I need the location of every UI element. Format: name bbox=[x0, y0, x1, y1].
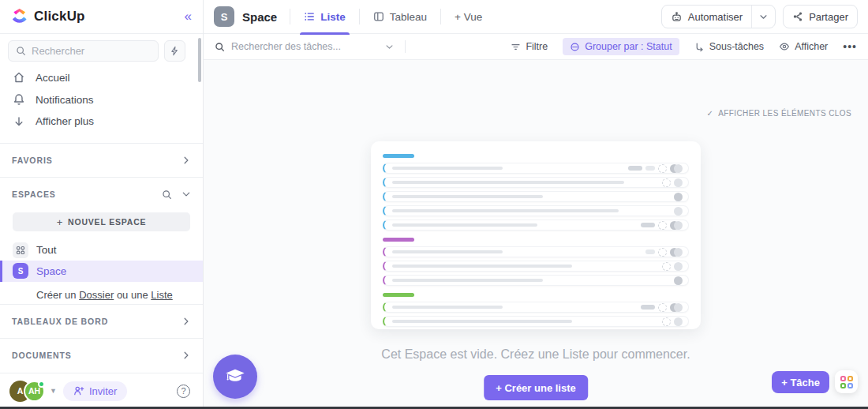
learning-hub-button[interactable] bbox=[213, 355, 257, 399]
group-by-button[interactable]: Grouper par : Statut bbox=[563, 38, 679, 55]
sidebar-item-space[interactable]: S Space bbox=[0, 261, 203, 282]
list-toolbar: Rechercher des tâches... Filtre bbox=[204, 34, 868, 60]
search-icon bbox=[16, 46, 26, 56]
automate-label: Automatiser bbox=[688, 11, 743, 23]
create-liste-link[interactable]: Liste bbox=[151, 289, 172, 301]
empty-state-text: Cet Espace est vide. Créez une Liste pou… bbox=[204, 347, 868, 362]
automate-dropdown[interactable] bbox=[751, 6, 775, 28]
add-task-button[interactable]: + Tâche bbox=[772, 371, 829, 393]
chevron-down-icon[interactable] bbox=[385, 43, 394, 51]
show-button[interactable]: Afficher bbox=[779, 41, 828, 52]
search-icon bbox=[215, 42, 225, 52]
user-avatar[interactable]: AH bbox=[24, 381, 45, 402]
chevron-down-icon[interactable] bbox=[181, 189, 191, 199]
section-label: DOCUMENTS bbox=[12, 351, 72, 360]
tab-label: Tableau bbox=[390, 11, 427, 23]
subtasks-icon bbox=[694, 42, 705, 52]
home-icon bbox=[13, 71, 25, 84]
graduation-cap-icon bbox=[224, 366, 246, 388]
automate-button[interactable]: Automatiser bbox=[661, 5, 776, 28]
share-button[interactable]: Partager bbox=[783, 5, 858, 28]
search-spaces-icon[interactable] bbox=[162, 189, 172, 200]
help-icon[interactable]: ? bbox=[177, 385, 190, 398]
skeleton-task-row bbox=[383, 275, 689, 286]
view-header: S Space Liste Tableau + Vue bbox=[204, 0, 868, 34]
clickup-app: ClickUp « Rechercher Accueil bbox=[0, 0, 868, 409]
add-view-button[interactable]: + Vue bbox=[444, 11, 492, 23]
create-dossier-link[interactable]: Dossier bbox=[79, 289, 114, 301]
group-color-bar bbox=[383, 238, 414, 242]
bell-icon bbox=[13, 93, 25, 106]
section-tableaux-de-bord[interactable]: TABLEAUX DE BORD bbox=[0, 305, 203, 338]
divider bbox=[359, 9, 360, 24]
create-hint: Créer un Dossier ou une Liste bbox=[0, 282, 203, 304]
chevron-right-icon[interactable] bbox=[181, 351, 191, 360]
chevron-right-icon[interactable] bbox=[181, 317, 191, 326]
sidebar-scrollbar[interactable] bbox=[198, 38, 201, 82]
list-view-icon bbox=[304, 11, 315, 22]
invite-button[interactable]: Inviter bbox=[63, 381, 127, 401]
new-space-label: NOUVEL ESPACE bbox=[68, 217, 146, 227]
sidebar-item-label: Space bbox=[36, 265, 66, 277]
divider bbox=[440, 9, 441, 24]
sidebar-item-accueil[interactable]: Accueil bbox=[0, 67, 203, 89]
section-documents[interactable]: DOCUMENTS bbox=[0, 339, 203, 372]
group-color-bar bbox=[383, 293, 414, 297]
divider bbox=[405, 40, 406, 53]
sidebar-item-label: Notifications bbox=[36, 94, 94, 106]
chevron-down-icon[interactable]: ▼ bbox=[50, 387, 57, 395]
group-color-bar bbox=[383, 154, 414, 158]
collapse-sidebar-icon[interactable]: « bbox=[185, 9, 192, 23]
group-by-label: Grouper par : Statut bbox=[585, 41, 672, 52]
skeleton-task-row bbox=[383, 316, 689, 327]
space-avatar: S bbox=[13, 263, 28, 279]
quick-action-button[interactable] bbox=[164, 40, 185, 62]
robot-icon bbox=[671, 11, 683, 23]
grid-icon bbox=[13, 242, 28, 258]
section-espaces[interactable]: ESPACES bbox=[0, 178, 203, 211]
more-options-button[interactable]: ••• bbox=[843, 40, 857, 53]
show-closed-toggle[interactable]: ✓ AFFICHER LES ÉLÉMENTS CLOS bbox=[706, 109, 851, 118]
filter-icon bbox=[511, 42, 521, 52]
section-favoris[interactable]: FAVORIS bbox=[0, 144, 203, 177]
page-title: Space bbox=[242, 10, 277, 24]
section-label: TABLEAUX DE BORD bbox=[12, 317, 108, 326]
eye-icon bbox=[779, 41, 790, 52]
subtasks-button[interactable]: Sous-tâches bbox=[694, 41, 764, 52]
sidebar-item-tout[interactable]: Tout bbox=[0, 239, 203, 261]
skeleton-task-row bbox=[383, 246, 689, 257]
task-search-input[interactable]: Rechercher des tâches... bbox=[215, 41, 394, 52]
sidebar-item-notifications[interactable]: Notifications bbox=[0, 88, 203, 111]
invite-label: Inviter bbox=[89, 385, 117, 397]
group-by-icon bbox=[570, 42, 580, 52]
skeleton-task-row bbox=[383, 191, 689, 202]
illustration-group bbox=[383, 238, 689, 286]
plus-icon: + bbox=[57, 216, 63, 228]
app-launcher-button[interactable] bbox=[835, 370, 858, 393]
filter-button[interactable]: Filtre bbox=[511, 41, 548, 52]
space-header-avatar: S bbox=[214, 6, 234, 27]
tab-label: Liste bbox=[320, 11, 346, 23]
sidebar-item-afficher-plus[interactable]: Afficher plus bbox=[0, 111, 203, 133]
filter-label: Filtre bbox=[526, 41, 548, 52]
illustration-group bbox=[383, 293, 689, 327]
add-view-label: + Vue bbox=[455, 11, 482, 23]
sidebar-search-input[interactable]: Rechercher bbox=[8, 40, 159, 62]
share-label: Partager bbox=[809, 11, 848, 23]
logo-row: ClickUp « bbox=[0, 0, 203, 34]
avatar-initials: AH bbox=[28, 386, 40, 396]
sidebar-search-row: Rechercher bbox=[0, 34, 203, 67]
check-icon: ✓ bbox=[706, 109, 713, 118]
chevron-right-icon[interactable] bbox=[181, 156, 191, 165]
sidebar: ClickUp « Rechercher Accueil bbox=[0, 0, 204, 409]
tab-liste[interactable]: Liste bbox=[294, 0, 356, 34]
tab-tableau[interactable]: Tableau bbox=[363, 0, 437, 34]
illustration-group bbox=[383, 154, 689, 231]
create-list-button[interactable]: + Créer une liste bbox=[484, 375, 588, 400]
empty-state-content: ✓ AFFICHER LES ÉLÉMENTS CLOS Cet Espace … bbox=[204, 60, 868, 409]
board-view-icon bbox=[373, 11, 384, 22]
new-space-button[interactable]: + NOUVEL ESPACE bbox=[13, 212, 190, 231]
skeleton-task-row bbox=[383, 177, 689, 188]
arrow-down-icon bbox=[13, 115, 25, 128]
share-icon bbox=[792, 11, 803, 22]
